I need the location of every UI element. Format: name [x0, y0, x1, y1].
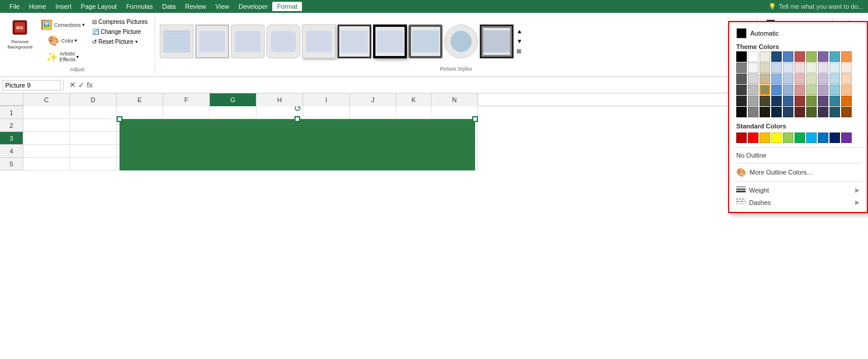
theme-swatch-1-7[interactable] — [818, 62, 828, 73]
std-swatch-9[interactable] — [841, 133, 852, 143]
style-thumbnail-5[interactable] — [302, 25, 336, 58]
cell-c2[interactable] — [23, 119, 70, 132]
theme-swatch-2-0[interactable] — [736, 74, 747, 84]
styles-expand[interactable]: ⊞ — [515, 47, 523, 55]
menu-developer[interactable]: Developer — [234, 2, 272, 11]
no-outline-option[interactable]: No Outline — [729, 150, 867, 161]
std-swatch-1[interactable] — [748, 133, 758, 143]
theme-swatch-2-7[interactable] — [818, 74, 828, 84]
theme-swatch-4-2[interactable] — [760, 96, 770, 106]
cell-d4[interactable] — [70, 145, 117, 158]
theme-swatch-3-0[interactable] — [736, 85, 747, 95]
confirm-formula-icon[interactable]: ✓ — [78, 81, 85, 89]
std-swatch-7[interactable] — [818, 133, 828, 143]
cell-k1[interactable] — [396, 106, 431, 119]
theme-swatch-3-1[interactable] — [748, 85, 758, 95]
more-colors-option[interactable]: 🎨 More Outline Colors... — [729, 166, 867, 179]
style-thumbnail-2[interactable] — [195, 25, 229, 58]
theme-swatch-4-1[interactable] — [748, 96, 758, 106]
theme-swatch-4-5[interactable] — [795, 96, 805, 106]
theme-swatch-4-4[interactable] — [783, 96, 793, 106]
theme-swatch-5-8[interactable] — [830, 107, 840, 117]
style-thumbnail-10[interactable] — [480, 25, 514, 58]
menu-page-layout[interactable]: Page Layout — [76, 2, 122, 11]
menu-insert[interactable]: Insert — [51, 2, 76, 11]
cell-j1[interactable] — [350, 106, 396, 119]
theme-swatch-1-1[interactable] — [748, 62, 758, 73]
theme-swatch-4-9[interactable] — [841, 96, 852, 106]
theme-swatch-0-7[interactable] — [818, 51, 828, 62]
col-header-f[interactable]: F — [163, 93, 210, 106]
col-header-g[interactable]: G — [210, 93, 256, 106]
theme-swatch-2-2[interactable] — [760, 74, 770, 84]
menu-data[interactable]: Data — [157, 2, 180, 11]
std-swatch-0[interactable] — [736, 133, 747, 143]
theme-swatch-3-2[interactable] — [760, 85, 770, 95]
col-header-d[interactable]: D — [70, 93, 117, 106]
theme-swatch-0-3[interactable] — [771, 51, 782, 62]
theme-swatch-5-5[interactable] — [795, 107, 805, 117]
theme-swatch-3-5[interactable] — [795, 85, 805, 95]
theme-swatch-3-6[interactable] — [806, 85, 817, 95]
reset-picture-button[interactable]: ↺ Reset Picture ▾ — [90, 37, 150, 46]
fx-icon[interactable]: fx — [87, 81, 93, 89]
cell-d3[interactable] — [70, 132, 117, 145]
cell-d2[interactable] — [70, 119, 117, 132]
change-picture-button[interactable]: 🔄 Change Picture — [90, 27, 150, 36]
theme-swatch-0-0[interactable] — [736, 51, 747, 62]
col-header-c[interactable]: C — [23, 93, 70, 106]
menu-format[interactable]: Format — [272, 2, 302, 11]
cancel-formula-icon[interactable]: ✕ — [69, 81, 76, 89]
cell-e1[interactable] — [117, 106, 163, 119]
theme-swatch-5-4[interactable] — [783, 107, 793, 117]
theme-swatch-5-9[interactable] — [841, 107, 852, 117]
theme-swatch-2-5[interactable] — [795, 74, 805, 84]
cell-d5[interactable] — [70, 158, 117, 170]
theme-swatch-5-0[interactable] — [736, 107, 747, 117]
std-swatch-8[interactable] — [830, 133, 840, 143]
theme-swatch-0-1[interactable] — [748, 51, 758, 62]
menu-home[interactable]: Home — [24, 2, 51, 11]
theme-swatch-1-9[interactable] — [841, 62, 852, 73]
remove-background-button[interactable]: BG RemoveBackground — [5, 18, 36, 51]
cell-f1[interactable] — [163, 106, 210, 119]
theme-swatch-2-6[interactable] — [806, 74, 817, 84]
theme-swatch-5-2[interactable] — [760, 107, 770, 117]
row-header-1[interactable]: 1 — [0, 106, 23, 119]
handle-top-center[interactable] — [294, 116, 300, 122]
theme-swatch-5-7[interactable] — [818, 107, 828, 117]
theme-swatch-1-0[interactable] — [736, 62, 747, 73]
theme-swatch-0-4[interactable] — [783, 51, 793, 62]
cell-d1[interactable] — [70, 106, 117, 119]
theme-swatch-3-9[interactable] — [841, 85, 852, 95]
cell-c1[interactable] — [23, 106, 70, 119]
theme-swatch-0-5[interactable] — [795, 51, 805, 62]
styles-scroll-down[interactable]: ▼ — [515, 37, 523, 46]
theme-swatch-2-9[interactable] — [841, 74, 852, 84]
name-box[interactable] — [2, 80, 61, 90]
theme-swatch-1-2[interactable] — [760, 62, 770, 73]
col-header-j[interactable]: J — [350, 93, 396, 106]
theme-swatch-1-6[interactable] — [806, 62, 817, 73]
theme-swatch-4-7[interactable] — [818, 96, 828, 106]
menu-formulas[interactable]: Formulas — [121, 2, 157, 11]
std-swatch-4[interactable] — [783, 133, 793, 143]
theme-swatch-0-9[interactable] — [841, 51, 852, 62]
cell-g1[interactable] — [210, 106, 256, 119]
theme-swatch-4-6[interactable] — [806, 96, 817, 106]
std-swatch-5[interactable] — [795, 133, 805, 143]
theme-swatch-1-8[interactable] — [830, 62, 840, 73]
style-thumbnail-6[interactable] — [338, 25, 371, 58]
compress-pictures-button[interactable]: ⊟ Compress Pictures — [90, 18, 150, 26]
styles-scroll-up[interactable]: ▲ — [515, 27, 523, 36]
row-header-2[interactable]: 2 — [0, 119, 23, 132]
col-header-n[interactable]: N — [431, 93, 478, 106]
theme-swatch-0-2[interactable] — [760, 51, 770, 62]
image-container[interactable]: ↺ — [120, 119, 475, 170]
weight-option[interactable]: Weight ▶ — [729, 184, 867, 196]
dashes-option[interactable]: Dashes ▶ — [729, 196, 867, 208]
corrections-button[interactable]: 🖼️ Corrections ▾ — [38, 18, 87, 32]
cell-i1[interactable] — [303, 106, 350, 119]
theme-swatch-0-6[interactable] — [806, 51, 817, 62]
theme-swatch-2-8[interactable] — [830, 74, 840, 84]
